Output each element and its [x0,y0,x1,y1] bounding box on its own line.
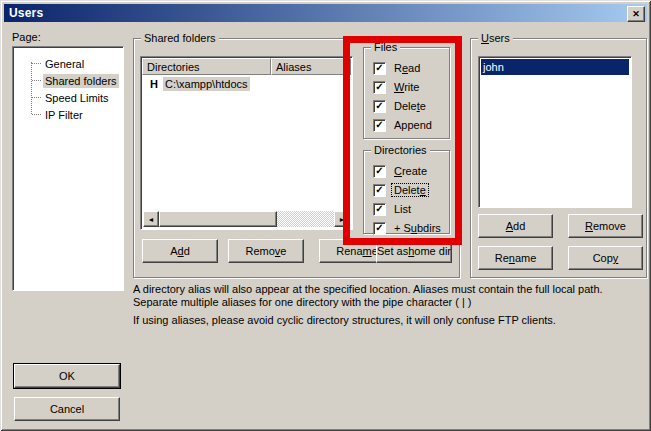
directories-list: Directories Aliases H C:\xampp\htdocs ◄ … [140,56,353,230]
subdirs-checkbox-row[interactable]: ✓ + Subdirs [373,221,443,235]
page-tree: General Shared folders Speed Limits IP F… [12,46,124,291]
users-group-label: Users [478,32,513,44]
set-as-home-dir-button[interactable]: Set as home dir [376,239,452,263]
files-group-label: Files [371,41,400,53]
read-checkbox[interactable]: ✓ [373,62,386,75]
shared-folders-group-label: Shared folders [141,32,219,44]
delete-dir-checkbox[interactable]: ✓ [373,184,386,197]
page-label: Page: [12,31,41,43]
folder-add-button[interactable]: Add [142,239,218,263]
window-title: Users [4,6,43,20]
delete-file-checkbox-row[interactable]: ✓ Delete [373,99,428,113]
folder-remove-button[interactable]: Remove [228,239,304,263]
users-dialog: Users ✕ Page: General Shared folders Spe… [0,0,651,431]
user-remove-button[interactable]: Remove [568,214,643,238]
subdirs-checkbox[interactable]: ✓ [373,222,386,235]
list-header: Directories Aliases [142,58,351,75]
alias-notes: A directory alias will also appear at th… [133,283,641,332]
scroll-left-icon[interactable]: ◄ [143,211,159,227]
delete-dir-checkbox-row[interactable]: ✓ Delete [373,183,428,197]
user-item-john[interactable]: john [481,59,629,75]
users-group: Users john Add Remove Rename Copy [470,38,647,278]
append-checkbox-row[interactable]: ✓ Append [373,118,434,132]
write-checkbox[interactable]: ✓ [373,81,386,94]
page-item-speed-limits[interactable]: Speed Limits [13,89,111,106]
scroll-track[interactable] [277,211,334,227]
page-item-general[interactable]: General [13,55,86,72]
alias-note-1: A directory alias will also appear at th… [133,283,641,309]
create-checkbox-row[interactable]: ✓ Create [373,164,429,178]
files-permissions-group: Files ✓ Read ✓ Write ✓ Delete ✓ Append [363,47,450,139]
user-copy-button[interactable]: Copy [568,246,643,270]
user-rename-button[interactable]: Rename [478,246,553,270]
cancel-button[interactable]: Cancel [14,397,120,421]
column-header-directories[interactable]: Directories [142,58,271,75]
directories-group-label: Directories [371,144,430,156]
list-checkbox[interactable]: ✓ [373,203,386,216]
home-flag: H [143,78,163,90]
list-checkbox-row[interactable]: ✓ List [373,202,413,216]
page-item-ip-filter[interactable]: IP Filter [13,106,85,123]
close-icon[interactable]: ✕ [627,6,645,22]
users-list[interactable]: john [478,56,632,208]
user-add-button[interactable]: Add [478,214,553,238]
titlebar: Users ✕ [4,4,647,22]
scroll-right-icon[interactable]: ► [334,211,350,227]
directories-permissions-group: Directories ✓ Create ✓ Delete ✓ List ✓ +… [363,150,450,234]
page-item-shared-folders[interactable]: Shared folders [13,72,119,89]
directory-path: C:\xampp\htdocs [163,77,250,91]
alias-note-2: If using aliases, please avoid cyclic di… [133,314,641,327]
read-checkbox-row[interactable]: ✓ Read [373,61,422,75]
write-checkbox-row[interactable]: ✓ Write [373,80,421,94]
scroll-thumb[interactable] [159,211,277,227]
create-checkbox[interactable]: ✓ [373,165,386,178]
directory-row[interactable]: H C:\xampp\htdocs [143,76,350,92]
ok-button[interactable]: OK [14,364,120,388]
append-checkbox[interactable]: ✓ [373,119,386,132]
delete-file-checkbox[interactable]: ✓ [373,100,386,113]
horizontal-scrollbar[interactable]: ◄ ► [143,211,350,227]
column-header-aliases[interactable]: Aliases [271,58,351,75]
